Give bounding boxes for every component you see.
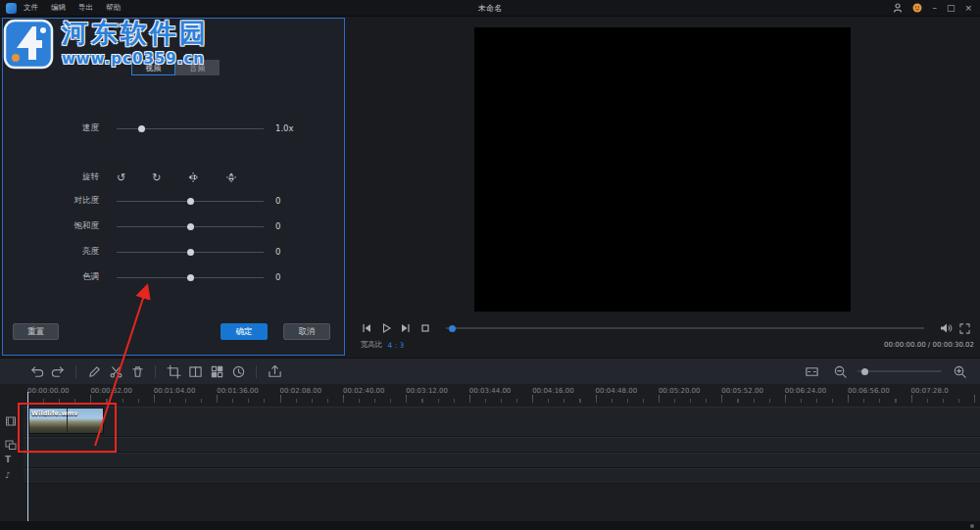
scrollbar-grip[interactable] [970, 524, 974, 528]
zoom-in-button[interactable] [949, 361, 970, 382]
ruler-label: 00:02:08.00 [280, 387, 343, 395]
text-track-row[interactable] [24, 453, 980, 468]
transport-controls [359, 320, 972, 336]
zoom-in-icon [953, 364, 967, 379]
speed-row: 速度 1.0x [3, 121, 344, 135]
text-track-icon[interactable]: T [5, 456, 11, 464]
horizontal-scrollbar[interactable] [0, 521, 980, 530]
video-track-row[interactable] [24, 407, 980, 437]
menu-edit[interactable]: 编辑 [51, 3, 66, 13]
ruler-label: 00:01:36.00 [217, 387, 279, 395]
audio-track-row[interactable] [24, 468, 980, 484]
audio-track-icon[interactable]: ♪ [5, 471, 11, 480]
hue-label: 色调 [3, 271, 107, 283]
stop-button[interactable] [417, 321, 432, 335]
timeline-clip[interactable]: Wildlife.wmv [28, 408, 104, 434]
previous-frame-button[interactable] [359, 321, 373, 335]
preview-info-row: 宽高比 4 : 3 00:00:00.00 / 00:00:30.02 [361, 340, 974, 350]
video-preview [474, 27, 851, 312]
play-icon [380, 322, 392, 334]
zoom-slider[interactable] [858, 370, 942, 372]
aspect-ratio-value[interactable]: 4 : 3 [388, 341, 405, 350]
rotate-label: 旋转 [3, 171, 107, 183]
app-logo-icon [6, 3, 17, 14]
edit-button[interactable] [83, 361, 105, 382]
zoom-out-button[interactable] [829, 361, 851, 382]
maximize-button[interactable]: □ [947, 4, 956, 13]
ruler-label: 00:04:48.00 [596, 387, 659, 395]
user-account-icon[interactable] [893, 3, 903, 13]
minimize-button[interactable]: – [932, 4, 937, 13]
delete-button[interactable] [126, 361, 148, 382]
panel-tabs: 视频 音频 [131, 60, 220, 75]
titlebar: 文件 编辑 导出 帮助 未命名 – □ × [0, 0, 980, 17]
timeline-ruler[interactable]: 00:00:00.00 00:00:32.00 00:01:04.00 00:0… [27, 387, 974, 395]
hue-slider[interactable] [117, 272, 264, 282]
contrast-slider[interactable] [117, 196, 264, 206]
hue-slider-thumb[interactable] [187, 274, 194, 281]
window-title: 未命名 [0, 3, 980, 14]
brightness-slider[interactable] [117, 247, 264, 257]
ruler-label: 00:05:52.00 [721, 387, 784, 395]
export-button[interactable] [264, 361, 285, 382]
ruler-label: 00:06:24.00 [785, 387, 848, 395]
fit-timeline-button[interactable] [801, 361, 822, 382]
overlay-track-icon[interactable] [5, 440, 17, 451]
zoom-slider-handle[interactable] [861, 368, 868, 375]
close-button[interactable]: × [964, 4, 972, 13]
speed-slider-thumb[interactable] [138, 125, 145, 132]
rotate-cw-icon[interactable]: ↻ [152, 172, 161, 183]
speed-value: 1.0x [275, 123, 294, 133]
contrast-slider-thumb[interactable] [187, 198, 194, 205]
tab-audio[interactable]: 音频 [175, 60, 220, 75]
redo-button[interactable] [47, 361, 69, 382]
split-button[interactable] [105, 361, 126, 382]
split-screen-button[interactable] [184, 361, 206, 382]
fullscreen-icon [959, 323, 970, 334]
playhead[interactable] [27, 392, 28, 521]
edit-pencil-icon [87, 364, 102, 379]
flip-horizontal-icon[interactable] [187, 171, 199, 183]
trash-icon [130, 364, 145, 379]
saturation-slider[interactable] [117, 221, 264, 231]
track-gutter: T ♪ [0, 404, 24, 521]
contrast-row: 对比度 0 [3, 194, 344, 208]
contrast-label: 对比度 [3, 195, 107, 207]
mosaic-button[interactable] [206, 361, 227, 382]
next-frame-button[interactable] [398, 321, 413, 335]
redo-icon [51, 364, 66, 379]
seek-handle[interactable] [449, 325, 456, 332]
preview-area: 宽高比 4 : 3 00:00:00.00 / 00:00:30.02 [345, 17, 980, 358]
seek-slider[interactable] [446, 327, 924, 329]
timeline-toolbar [0, 358, 980, 384]
menubar: 文件 编辑 导出 帮助 [24, 3, 121, 13]
tab-video[interactable]: 视频 [131, 60, 175, 75]
speed-slider[interactable] [117, 123, 264, 133]
rotate-ccw-icon[interactable]: ↺ [117, 172, 125, 183]
menu-export[interactable]: 导出 [78, 3, 93, 13]
toolbar-divider [75, 365, 76, 378]
duration-button[interactable] [227, 361, 249, 382]
undo-button[interactable] [25, 361, 47, 382]
previous-frame-icon [361, 322, 372, 334]
saturation-slider-thumb[interactable] [187, 223, 194, 230]
menu-help[interactable]: 帮助 [106, 3, 121, 13]
menu-file[interactable]: 文件 [24, 3, 38, 13]
video-track-icon[interactable] [5, 415, 17, 427]
ruler-label: 00:03:44.00 [469, 387, 532, 395]
brightness-slider-thumb[interactable] [187, 249, 194, 256]
ruler-label: 00:01:04.00 [154, 387, 217, 395]
reset-button[interactable]: 重置 [13, 323, 59, 340]
stop-icon [419, 322, 431, 334]
flip-vertical-icon[interactable] [225, 171, 237, 183]
ok-button[interactable]: 确定 [220, 323, 268, 340]
play-button[interactable] [378, 321, 393, 335]
crop-button[interactable] [163, 361, 184, 382]
tracks-area: T ♪ Wildlife.wmv [0, 404, 980, 521]
cancel-button[interactable]: 取消 [283, 323, 330, 340]
volume-button[interactable] [938, 321, 953, 335]
feedback-smiley-icon[interactable] [912, 3, 922, 13]
fullscreen-button[interactable] [957, 321, 972, 335]
overlay-track-row[interactable] [24, 437, 980, 453]
contrast-value: 0 [275, 196, 280, 206]
